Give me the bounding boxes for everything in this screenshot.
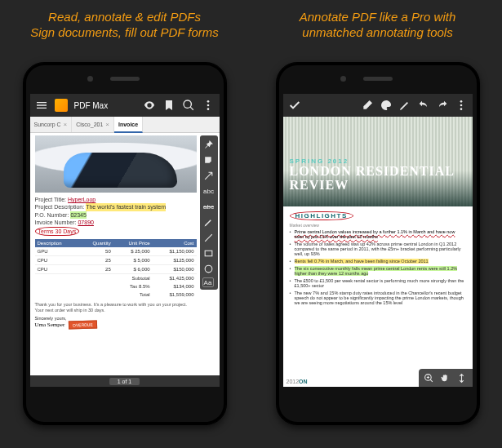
overflow-icon[interactable] xyxy=(202,99,215,112)
highlights-subtitle: Market overview xyxy=(290,223,466,228)
phone-frame-left: PDF Max Suncorp C× Cisco_201× Invoice ab… xyxy=(23,62,227,425)
pan-hand-icon[interactable] xyxy=(439,371,452,384)
list-item: The new 7% and 15% stamp duty rates intr… xyxy=(290,291,466,305)
tab-cisco[interactable]: Cisco_201× xyxy=(72,117,114,132)
strikethrough-icon[interactable]: abc xyxy=(202,200,215,213)
caption-right: Annotate PDF like a Pro with unmatched a… xyxy=(272,10,484,55)
footer-stamp: 2012ON xyxy=(287,379,308,384)
list-item: The volume of sales agreed was up 42% ac… xyxy=(290,242,466,256)
svg-point-0 xyxy=(207,100,209,103)
check-icon[interactable] xyxy=(288,99,301,112)
svg-point-6 xyxy=(460,104,462,107)
pager: 1 of 1 xyxy=(30,375,220,387)
th-unitprice: Unit Price xyxy=(113,239,153,247)
signature-label: Sincerely yours, xyxy=(35,316,197,321)
annotate-toolbar xyxy=(283,94,473,117)
svg-point-2 xyxy=(207,108,209,110)
value-project-title: HyperLoop xyxy=(68,196,96,203)
pen-icon[interactable] xyxy=(202,215,215,228)
eye-icon[interactable] xyxy=(143,99,156,112)
svg-point-4 xyxy=(205,265,212,273)
table-row: CPU25$ 6,000$150,000 xyxy=(35,265,197,274)
label-project-title: Project Title: xyxy=(35,196,67,203)
document-london: SPRING 2012 LONDON RESIDENTIAL REVIEW HI… xyxy=(283,117,473,387)
tab-invoice[interactable]: Invoice xyxy=(114,117,143,133)
th-description: Description xyxy=(35,239,79,247)
signature-name: Uma Semper xyxy=(35,322,65,328)
hero-title: LONDON RESIDENTIAL REVIEW xyxy=(290,165,466,193)
undo-icon[interactable] xyxy=(417,99,430,112)
eraser-icon[interactable] xyxy=(361,99,374,112)
table-row: CPU25$ 5,000$125,000 xyxy=(35,256,197,265)
appbar: PDF Max xyxy=(30,94,220,117)
tab-bar: Suncorp C× Cisco_201× Invoice xyxy=(30,117,220,133)
search-icon[interactable] xyxy=(182,99,195,112)
text-icon[interactable]: Aa xyxy=(202,277,214,287)
hero-image xyxy=(35,135,197,193)
stamp-overdue: OVERDUE xyxy=(69,321,97,330)
list-item: Prime central London values increased by… xyxy=(290,229,466,239)
value-terms: Terms 30 Days xyxy=(35,227,80,236)
phone-frame-right: SPRING 2012 LONDON RESIDENTIAL REVIEW HI… xyxy=(276,62,480,425)
redo-icon[interactable] xyxy=(436,99,449,112)
label-project-desc: Project Description: xyxy=(35,203,85,211)
pen-icon[interactable] xyxy=(398,99,411,112)
hero-image: SPRING 2012 LONDON RESIDENTIAL REVIEW xyxy=(283,117,473,206)
list-item: Rents fell 0.7% in March, and have been … xyxy=(290,259,466,264)
menu-icon[interactable] xyxy=(35,99,48,112)
close-icon[interactable]: × xyxy=(105,121,109,128)
annotation-toolbar: abc abc Aa xyxy=(200,135,218,290)
caption-left: Read, annotate & edit PDFs Sign document… xyxy=(30,10,219,55)
tab-suncorp[interactable]: Suncorp C× xyxy=(30,117,73,132)
svg-point-7 xyxy=(460,108,462,110)
line-icon[interactable] xyxy=(202,231,215,244)
viewer-footbar xyxy=(419,369,473,387)
note-icon[interactable] xyxy=(202,153,215,166)
svg-point-5 xyxy=(460,100,462,103)
highlights-list: Prime central London values increased by… xyxy=(290,229,466,305)
invoice-table: Description Quantity Unit Price Cost GPU… xyxy=(35,239,197,299)
thankyou-note: Thank you for your business. It's a plea… xyxy=(35,302,197,313)
value-invno: 07890 xyxy=(78,219,93,226)
pager-label: 1 of 1 xyxy=(109,378,140,385)
zoom-in-icon[interactable] xyxy=(423,371,436,384)
rect-icon[interactable] xyxy=(202,246,215,259)
label-po: P.O. Number: xyxy=(35,211,69,219)
circle-icon[interactable] xyxy=(202,262,215,275)
app-title: PDF Max xyxy=(74,101,109,110)
pin-icon[interactable] xyxy=(202,138,215,151)
document-invoice: abc abc Aa Project Title: HyperLoop Proj… xyxy=(30,133,220,375)
fit-height-icon[interactable] xyxy=(455,371,469,384)
label-invno: Invoice Number: xyxy=(35,219,77,226)
value-project-desc: The world's fastest train system xyxy=(86,203,166,211)
value-po: 02345 xyxy=(70,211,86,219)
table-row: GPU50$ 25,000$1,150,000 xyxy=(35,247,197,256)
arrow-icon[interactable] xyxy=(202,169,215,182)
palette-icon[interactable] xyxy=(380,99,393,112)
highlights-label: HIGHLIGHTS xyxy=(290,211,353,220)
bookmark-icon[interactable] xyxy=(162,99,175,112)
close-icon[interactable]: × xyxy=(64,121,68,128)
list-item: The six consecutive monthly falls mean p… xyxy=(290,266,466,276)
highlight-icon[interactable]: abc xyxy=(202,184,215,197)
th-quantity: Quantity xyxy=(78,239,113,247)
svg-point-1 xyxy=(207,104,209,107)
overflow-icon[interactable] xyxy=(455,99,468,112)
list-item: The £500 to £1,500 per week rental secto… xyxy=(290,278,466,288)
svg-rect-3 xyxy=(205,251,212,256)
app-logo-icon xyxy=(55,99,68,112)
th-cost: Cost xyxy=(153,239,197,247)
